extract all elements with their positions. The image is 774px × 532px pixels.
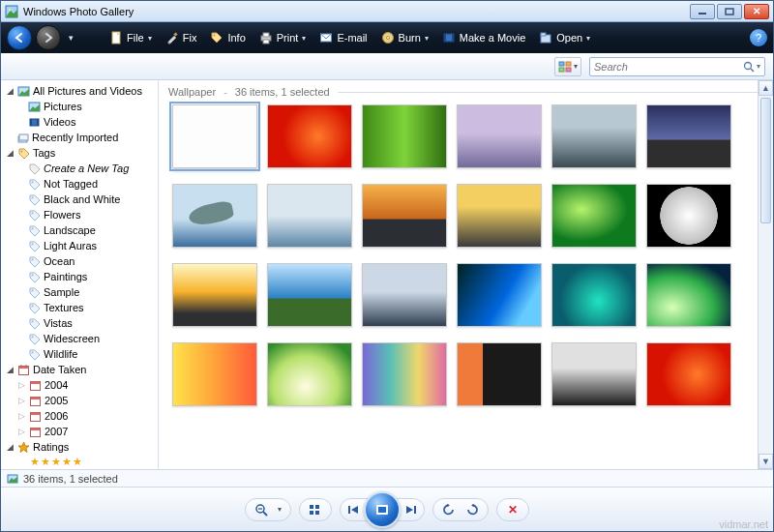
scroll-thumb[interactable] [760, 98, 771, 223]
tree-tag-ocean[interactable]: Ocean [3, 253, 156, 269]
toolbar-print[interactable]: Print▾ [253, 29, 313, 46]
tree-tag-wildlife[interactable]: Wildlife [3, 346, 156, 362]
thumbnail[interactable] [457, 342, 542, 406]
thumbnail[interactable] [551, 104, 637, 168]
tree-tag-sample[interactable]: Sample [3, 284, 156, 300]
thumbnail[interactable] [172, 342, 257, 406]
thumbnail[interactable] [457, 263, 542, 327]
maximize-button[interactable] [717, 4, 742, 19]
tree-date-header[interactable]: ◢ Date Taken [3, 362, 156, 377]
rotate-ccw-button[interactable] [438, 501, 460, 518]
thumbnail[interactable] [551, 184, 637, 248]
search-box[interactable]: ▾ [589, 57, 765, 76]
scroll-down-button[interactable]: ▼ [759, 454, 773, 469]
navigation-tree[interactable]: ◢ All Pictures and Videos PicturesVideos… [1, 80, 159, 469]
nav-back-button[interactable] [7, 25, 32, 50]
toolbar-make-a-movie[interactable]: Make a Movie [436, 29, 531, 46]
tree-date-2007[interactable]: ▷2007 [3, 424, 156, 439]
toolbar-e-mail[interactable]: E-mail [313, 29, 372, 46]
toolbar-open[interactable]: Open▾ [533, 29, 596, 46]
chevron-down-icon[interactable]: ◢ [5, 86, 15, 96]
tree-tag-not-tagged[interactable]: Not Tagged [3, 176, 156, 192]
search-dropdown[interactable]: ▾ [757, 62, 760, 71]
tree-ratings-header[interactable]: ◢ Ratings [3, 439, 156, 455]
scroll-up-button[interactable]: ▲ [759, 80, 773, 96]
zoom-icon[interactable] [251, 501, 272, 518]
chevron-down-icon[interactable]: ▾ [148, 34, 152, 43]
nav-forward-button[interactable] [36, 25, 61, 50]
thumbnail[interactable] [457, 104, 542, 168]
thumbnail[interactable] [362, 263, 447, 327]
tree-tag-flowers[interactable]: Flowers [3, 207, 156, 222]
nav-history-dropdown[interactable]: ▾ [65, 33, 76, 43]
tree-tag-textures[interactable]: Textures [3, 300, 156, 315]
tree-tag-landscape[interactable]: Landscape [3, 222, 156, 238]
chevron-down-icon[interactable]: ◢ [5, 442, 15, 452]
tree-videos[interactable]: Videos [3, 114, 156, 130]
chevron-right-icon[interactable]: ▷ [16, 411, 26, 421]
delete-control[interactable]: ✕ [496, 498, 529, 521]
grid-icon[interactable] [305, 501, 326, 518]
tree-tags-header[interactable]: ◢ Tags [3, 145, 156, 161]
chevron-down-icon[interactable]: ◢ [5, 365, 15, 374]
tree-all-pictures[interactable]: ◢ All Pictures and Videos [3, 83, 156, 99]
thumbnail[interactable] [172, 184, 257, 248]
thumbnail[interactable] [551, 263, 637, 327]
tree-date-2004[interactable]: ▷2004 [3, 377, 156, 393]
thumbnail[interactable] [646, 104, 731, 168]
tree-date-2006[interactable]: ▷2006 [3, 408, 156, 424]
thumbnail[interactable] [362, 184, 447, 248]
zoom-dropdown[interactable]: ▾ [274, 501, 285, 518]
zoom-control[interactable]: ▾ [245, 498, 291, 521]
thumbnail[interactable] [267, 184, 352, 248]
thumbnail-area[interactable] [159, 101, 773, 469]
search-input[interactable] [594, 61, 743, 73]
tree-pictures[interactable]: Pictures [3, 99, 156, 114]
minimize-button[interactable] [690, 4, 715, 19]
delete-button[interactable]: ✕ [502, 501, 523, 518]
thumbnail[interactable] [457, 184, 542, 248]
tree-tag-paintings[interactable]: Paintings [3, 269, 156, 284]
thumbnail[interactable] [172, 104, 257, 168]
chevron-right-icon[interactable]: ▷ [16, 396, 26, 405]
slideshow-button[interactable] [364, 491, 401, 528]
chevron-right-icon[interactable]: ▷ [16, 380, 26, 390]
toolbar-info[interactable]: Info [204, 29, 251, 46]
thumbnail[interactable] [362, 342, 447, 406]
thumbnail[interactable] [172, 263, 257, 327]
thumbnail[interactable] [267, 104, 352, 168]
thumbnail[interactable] [646, 263, 731, 327]
vertical-scrollbar[interactable]: ▲ ▼ [758, 80, 773, 469]
chevron-down-icon[interactable]: ◢ [5, 148, 15, 158]
tree-create-tag[interactable]: Create a New Tag [3, 161, 156, 176]
view-options-button[interactable]: ▾ [554, 57, 581, 76]
thumbnail[interactable] [267, 263, 352, 327]
first-button[interactable] [342, 501, 364, 518]
help-button[interactable]: ? [750, 29, 767, 46]
tree-tag-widescreen[interactable]: Widescreen [3, 331, 156, 346]
thumbnail[interactable] [362, 104, 447, 168]
thumbnail[interactable] [267, 342, 352, 406]
last-button[interactable] [401, 501, 422, 518]
tree-rating-5[interactable]: ★★★★★ [3, 455, 156, 469]
tree-tag-vistas[interactable]: Vistas [3, 315, 156, 331]
thumbnail[interactable] [646, 342, 731, 406]
tree-recently-imported[interactable]: Recently Imported [3, 130, 156, 145]
tree-date-2005[interactable]: ▷2005 [3, 393, 156, 408]
thumbnail[interactable] [646, 184, 731, 248]
thumbnail-size-button[interactable] [299, 498, 332, 521]
toolbar-file[interactable]: File▾ [104, 29, 158, 46]
toolbar-burn[interactable]: Burn▾ [375, 29, 434, 46]
scroll-track[interactable] [759, 96, 773, 454]
tree-tag-black-and-white[interactable]: Black and White [3, 192, 156, 207]
chevron-down-icon[interactable]: ▾ [586, 34, 590, 43]
search-icon[interactable] [743, 61, 755, 73]
chevron-down-icon[interactable]: ▾ [302, 34, 306, 43]
toolbar-fix[interactable]: Fix [160, 29, 203, 46]
tree-tag-light-auras[interactable]: Light Auras [3, 238, 156, 253]
thumbnail[interactable] [551, 342, 637, 406]
chevron-down-icon[interactable]: ▾ [425, 34, 429, 43]
rotate-cw-button[interactable] [461, 501, 483, 518]
close-button[interactable]: ✕ [744, 4, 769, 19]
chevron-right-icon[interactable]: ▷ [16, 427, 26, 436]
